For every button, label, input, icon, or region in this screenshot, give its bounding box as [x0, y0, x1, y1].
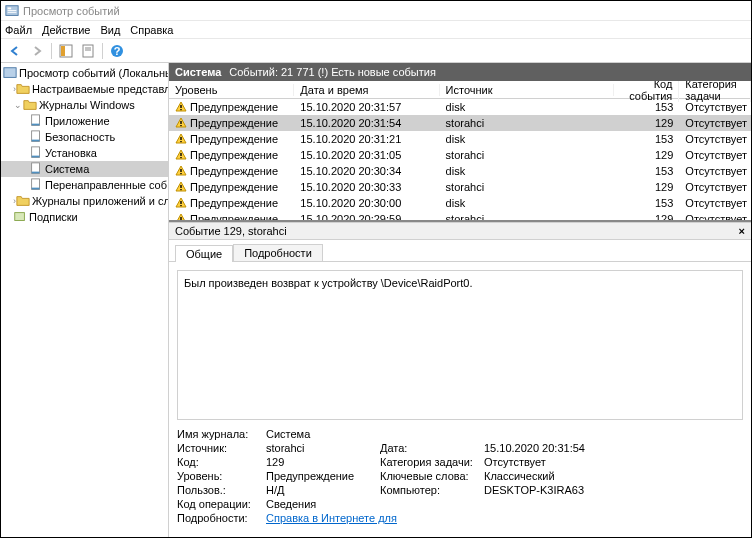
label-user: Пользов.: [177, 484, 262, 496]
tree-label: Система [45, 163, 89, 175]
col-date[interactable]: Дата и время [294, 84, 439, 96]
nav-back-button[interactable] [5, 41, 25, 61]
folder-icon [16, 82, 30, 96]
svg-rect-22 [15, 213, 25, 221]
tree-forwarded-log[interactable]: Перенаправленные соб [1, 177, 168, 193]
tree-label: Журналы приложений и сл [32, 195, 168, 207]
detail-title: Событие 129, storahci [175, 225, 287, 237]
log-icon [29, 162, 43, 176]
cell-date: 15.10.2020 20:30:33 [294, 181, 439, 193]
tab-details[interactable]: Подробности [233, 244, 323, 261]
cell-event-id: 129 [614, 181, 680, 193]
cell-level: Предупреждение [169, 133, 294, 145]
value-logname: Система [266, 428, 614, 440]
app-icon [5, 4, 19, 18]
col-category[interactable]: Категория задачи [679, 81, 751, 102]
nav-tree[interactable]: Просмотр событий (Локальны › Настраиваем… [1, 63, 169, 537]
event-row[interactable]: Предупреждение15.10.2020 20:29:59storahc… [169, 211, 751, 222]
tree-app-services-logs[interactable]: › Журналы приложений и сл [1, 193, 168, 209]
main-area: Просмотр событий (Локальны › Настраиваем… [1, 63, 751, 537]
cell-event-id: 129 [614, 117, 680, 129]
properties-button[interactable] [78, 41, 98, 61]
content-pane: Система Событий: 21 771 (!) Есть новые с… [169, 63, 751, 537]
log-icon [29, 114, 43, 128]
svg-rect-29 [180, 153, 181, 156]
cell-category: Отсутствует [679, 117, 751, 129]
event-row[interactable]: Предупреждение15.10.2020 20:30:34disk153… [169, 163, 751, 179]
cell-source: disk [440, 165, 614, 177]
tree-system-log[interactable]: Система [1, 161, 168, 177]
cell-date: 15.10.2020 20:31:57 [294, 101, 439, 113]
detail-body: Был произведен возврат к устройству \Dev… [169, 262, 751, 537]
cell-source: disk [440, 197, 614, 209]
cell-level: Предупреждение [169, 181, 294, 193]
menu-action[interactable]: Действие [42, 24, 90, 36]
help-button[interactable]: ? [107, 41, 127, 61]
event-row[interactable]: Предупреждение15.10.2020 20:30:00disk153… [169, 195, 751, 211]
tree-label: Приложение [45, 115, 110, 127]
cell-level: Предупреждение [169, 149, 294, 161]
menu-file[interactable]: Файл [5, 24, 32, 36]
svg-rect-33 [180, 185, 181, 188]
svg-rect-26 [180, 125, 181, 126]
svg-rect-34 [180, 189, 181, 190]
log-icon [29, 178, 43, 192]
tree-setup-log[interactable]: Установка [1, 145, 168, 161]
menu-help[interactable]: Справка [130, 24, 173, 36]
log-icon [29, 130, 43, 144]
tree-application-log[interactable]: Приложение [1, 113, 168, 129]
svg-rect-27 [180, 137, 181, 140]
grid-body[interactable]: Предупреждение15.10.2020 20:31:57disk153… [169, 99, 751, 222]
online-help-link[interactable]: Справка в Интернете для [266, 512, 397, 524]
event-row[interactable]: Предупреждение15.10.2020 20:31:57disk153… [169, 99, 751, 115]
svg-rect-31 [180, 169, 181, 172]
cell-date: 15.10.2020 20:31:21 [294, 133, 439, 145]
svg-rect-19 [32, 172, 40, 174]
label-moreinfo: Подробности: [177, 512, 262, 524]
cell-date: 15.10.2020 20:31:54 [294, 117, 439, 129]
close-detail-button[interactable]: × [739, 225, 745, 237]
event-row[interactable]: Предупреждение15.10.2020 20:31:54storahc… [169, 115, 751, 131]
nav-forward-button[interactable] [27, 41, 47, 61]
col-source[interactable]: Источник [440, 84, 614, 96]
folder-open-icon [23, 98, 37, 112]
tree-windows-logs[interactable]: ⌄ Журналы Windows [1, 97, 168, 113]
tree-subscriptions[interactable]: Подписки [1, 209, 168, 225]
event-row[interactable]: Предупреждение15.10.2020 20:30:33storahc… [169, 179, 751, 195]
cell-date: 15.10.2020 20:30:00 [294, 197, 439, 209]
cell-source: disk [440, 133, 614, 145]
label-taskcat: Категория задачи: [380, 456, 480, 468]
event-row[interactable]: Предупреждение15.10.2020 20:31:21disk153… [169, 131, 751, 147]
cell-source: storahci [440, 213, 614, 222]
tree-root[interactable]: Просмотр событий (Локальны [1, 65, 168, 81]
event-row[interactable]: Предупреждение15.10.2020 20:31:05storahc… [169, 147, 751, 163]
tab-general[interactable]: Общие [175, 245, 233, 262]
value-source: storahci [266, 442, 376, 454]
value-computer: DESKTOP-K3IRA63 [484, 484, 614, 496]
cell-source: storahci [440, 117, 614, 129]
cell-level: Предупреждение [169, 117, 294, 129]
cell-category: Отсутствует [679, 197, 751, 209]
log-name: Система [175, 66, 221, 78]
cell-category: Отсутствует [679, 149, 751, 161]
col-level[interactable]: Уровень [169, 84, 294, 96]
tree-label: Подписки [29, 211, 78, 223]
col-event-id[interactable]: Код события [614, 81, 680, 102]
menu-view[interactable]: Вид [100, 24, 120, 36]
cell-event-id: 153 [614, 101, 680, 113]
value-user: Н/Д [266, 484, 376, 496]
show-tree-button[interactable] [56, 41, 76, 61]
cell-date: 15.10.2020 20:31:05 [294, 149, 439, 161]
tree-security-log[interactable]: Безопасность [1, 129, 168, 145]
cell-source: storahci [440, 149, 614, 161]
folder-icon [16, 194, 30, 208]
label-keywords: Ключевые слова: [380, 470, 480, 482]
tree-custom-views[interactable]: › Настраиваемые представле [1, 81, 168, 97]
collapse-icon[interactable]: ⌄ [13, 100, 23, 110]
svg-rect-1 [8, 7, 12, 9]
cell-event-id: 129 [614, 149, 680, 161]
toolbar-separator [102, 43, 103, 59]
subscriptions-icon [13, 210, 27, 224]
tree-label: Перенаправленные соб [45, 179, 167, 191]
value-opcode: Сведения [266, 498, 614, 510]
